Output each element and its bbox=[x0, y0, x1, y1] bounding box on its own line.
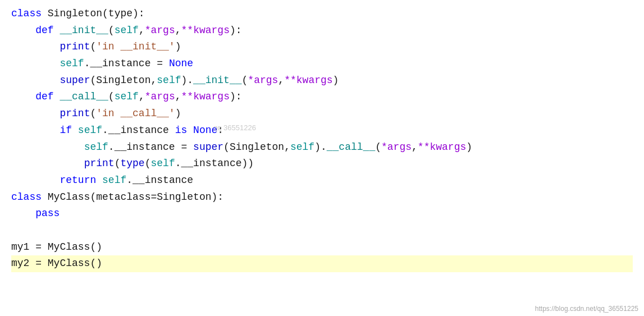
code-token: , bbox=[175, 22, 181, 39]
code-token: 'in __call__' bbox=[96, 106, 175, 122]
code-token: my2 = bbox=[11, 255, 48, 272]
code-token: ). bbox=[314, 139, 327, 156]
code-token: ( bbox=[108, 22, 115, 39]
code-token: MyClass bbox=[48, 239, 90, 256]
code-token bbox=[11, 122, 60, 139]
code-line: return self.__instance bbox=[11, 172, 633, 189]
code-token: .__instance = bbox=[84, 56, 169, 72]
code-token: = bbox=[150, 189, 157, 206]
code-token: ) bbox=[333, 72, 339, 89]
code-token: self bbox=[150, 155, 175, 172]
code-token: **kwargs bbox=[418, 139, 466, 156]
code-token: *args bbox=[248, 72, 278, 89]
code-token bbox=[11, 172, 60, 189]
code-token bbox=[11, 39, 60, 56]
code-token bbox=[11, 106, 60, 122]
code-token: ) bbox=[466, 139, 472, 156]
code-token: : bbox=[217, 122, 223, 139]
code-token: Singleton bbox=[48, 6, 102, 22]
code-token: self bbox=[60, 56, 84, 72]
code-token bbox=[11, 22, 35, 39]
code-token: Singleton bbox=[96, 72, 150, 89]
code-token: super bbox=[60, 72, 90, 89]
code-token: __init__ bbox=[60, 22, 108, 39]
code-line: my2 = MyClass() bbox=[11, 255, 633, 272]
code-token: ( bbox=[375, 139, 381, 156]
code-token: super bbox=[193, 139, 223, 156]
code-token bbox=[11, 139, 84, 156]
code-token: None bbox=[193, 122, 217, 139]
code-token: , bbox=[412, 139, 418, 156]
code-token: ) bbox=[175, 106, 181, 122]
code-token: my1 = bbox=[11, 239, 48, 256]
code-token: def bbox=[35, 89, 60, 106]
code-token: () bbox=[90, 239, 102, 256]
code-token: **kwargs bbox=[181, 22, 230, 39]
code-token: ( bbox=[242, 72, 248, 89]
code-token: ( bbox=[102, 6, 108, 22]
code-line: super(Singleton,self).__init__(*args,**k… bbox=[11, 72, 633, 89]
code-token bbox=[11, 205, 35, 222]
code-token: self bbox=[102, 172, 126, 189]
code-line: pass bbox=[11, 205, 633, 222]
code-token: ): bbox=[230, 22, 242, 39]
code-token bbox=[11, 155, 84, 172]
code-line: if self.__instance is None: bbox=[11, 122, 633, 139]
code-line: def __init__(self,*args,**kwargs): bbox=[11, 22, 633, 39]
code-token: ( bbox=[145, 155, 151, 172]
code-token: __call__ bbox=[60, 89, 108, 106]
code-line: class Singleton(type): bbox=[11, 6, 633, 22]
code-token: .__instance bbox=[102, 122, 175, 139]
code-token: self bbox=[157, 72, 181, 89]
code-token: class bbox=[11, 6, 48, 22]
code-token: None bbox=[169, 56, 193, 72]
code-token: ( bbox=[90, 39, 96, 56]
code-token: , bbox=[284, 139, 290, 156]
code-token: , bbox=[175, 89, 181, 106]
code-token: , bbox=[150, 72, 157, 89]
code-token: ( bbox=[115, 155, 121, 172]
code-line: class MyClass(metaclass=Singleton): bbox=[11, 189, 633, 206]
code-token: ( bbox=[108, 89, 115, 106]
code-line: def __call__(self,*args,**kwargs): bbox=[11, 89, 633, 106]
code-token: *args bbox=[145, 89, 175, 106]
code-token: *args bbox=[381, 139, 412, 156]
code-token: ). bbox=[181, 72, 194, 89]
code-token: ): bbox=[230, 89, 242, 106]
code-token: type bbox=[120, 155, 144, 172]
code-token bbox=[11, 72, 60, 89]
code-token: self bbox=[115, 89, 139, 106]
code-token: metaclass bbox=[96, 189, 150, 206]
code-token: , bbox=[139, 22, 145, 39]
code-token: ( bbox=[90, 72, 96, 89]
code-token: ( bbox=[90, 189, 96, 206]
code-token: __init__ bbox=[193, 72, 241, 89]
code-token: print bbox=[60, 39, 90, 56]
code-token: self bbox=[78, 122, 102, 139]
code-token: 'in __init__' bbox=[96, 39, 175, 56]
code-token: **kwargs bbox=[181, 89, 230, 106]
code-token: .__instance)) bbox=[175, 155, 254, 172]
code-token bbox=[11, 89, 35, 106]
code-token: return bbox=[60, 172, 102, 189]
code-token: Singleton bbox=[157, 189, 211, 206]
code-editor: class Singleton(type): def __init__(self… bbox=[0, 0, 644, 316]
code-line: print('in __call__') bbox=[11, 106, 633, 122]
code-token: ) bbox=[175, 39, 181, 56]
code-token bbox=[11, 56, 60, 72]
code-token: self bbox=[84, 139, 108, 156]
code-line: print(type(self.__instance)) bbox=[11, 155, 633, 172]
code-token: *args bbox=[145, 22, 175, 39]
code-token: **kwargs bbox=[284, 72, 332, 89]
code-token: print bbox=[60, 106, 90, 122]
code-line: my1 = MyClass() bbox=[11, 239, 633, 256]
code-token: __call__ bbox=[327, 139, 375, 156]
code-line: self.__instance = None bbox=[11, 56, 633, 72]
code-token: ): bbox=[133, 6, 145, 22]
code-line bbox=[11, 222, 633, 239]
code-token: is bbox=[175, 122, 193, 139]
code-token: () bbox=[90, 255, 102, 272]
code-token: ( bbox=[223, 139, 230, 156]
code-token: pass bbox=[35, 205, 60, 222]
code-token: ): bbox=[212, 189, 224, 206]
